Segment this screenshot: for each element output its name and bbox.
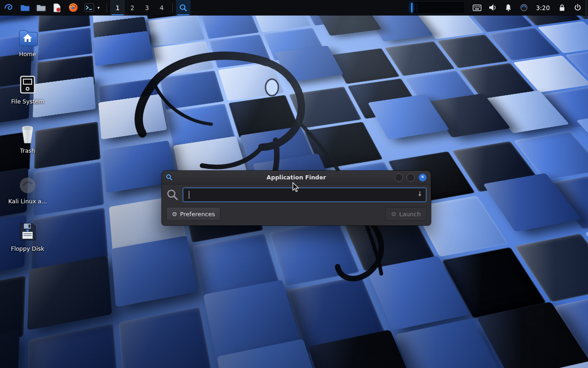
firefox-launcher[interactable] <box>68 3 78 13</box>
close-button[interactable]: ✕ <box>418 173 427 182</box>
status-circle-icon <box>520 4 528 12</box>
logout-button[interactable] <box>570 0 585 15</box>
desktop-icon-filesystem[interactable]: File System <box>2 73 53 105</box>
power-icon <box>574 4 582 12</box>
panel-separator <box>107 3 107 12</box>
keyboard-indicator[interactable] <box>469 0 485 15</box>
workspace-1[interactable]: 1 <box>110 0 125 15</box>
grey-folder-icon <box>36 4 46 12</box>
desktop-icon-label: Kali Linux a... <box>2 198 53 205</box>
wallpaper-tile <box>27 323 119 368</box>
minimize-button[interactable] <box>395 173 403 182</box>
search-input[interactable] <box>183 188 426 202</box>
cpu-usage-bar <box>411 3 413 12</box>
wallpaper-tile <box>218 63 285 101</box>
search-icon <box>166 189 179 201</box>
wallpaper-tile <box>153 41 214 76</box>
firefox-icon <box>68 3 78 12</box>
launch-button[interactable]: ⚙ Launch <box>385 207 426 221</box>
document-icon <box>53 3 61 12</box>
filesystem-icon <box>2 73 53 95</box>
top-panel: ▾ 1 2 3 4 <box>0 0 588 15</box>
wallpaper-tile <box>159 70 224 109</box>
titlebar[interactable]: Application Finder ✕ <box>162 171 431 184</box>
workspace-4[interactable]: 4 <box>154 0 169 15</box>
clock[interactable]: 3:20 <box>532 4 554 12</box>
text-caret <box>189 191 189 199</box>
desktop-icon-label: File System <box>2 98 53 105</box>
kali-menu-button[interactable] <box>4 3 14 13</box>
text-editor-launcher[interactable] <box>52 3 62 13</box>
desktop-icon-home[interactable]: Home <box>2 25 53 58</box>
cpu-graph <box>417 4 462 12</box>
file-manager-launcher[interactable] <box>20 3 30 13</box>
app-finder-window-icon <box>166 174 173 181</box>
desktop-icon-kali-linux[interactable]: Kali Linux a... <box>2 172 53 205</box>
status-indicator[interactable] <box>516 0 532 15</box>
panel-separator <box>172 3 173 12</box>
launch-icon: ⚙ <box>391 211 396 218</box>
wallpaper-tile <box>209 34 271 68</box>
system-monitor-applet[interactable] <box>410 1 465 14</box>
folder-launcher[interactable] <box>36 3 46 13</box>
wallpaper-tile <box>275 46 344 82</box>
wallpaper-tile <box>0 329 20 368</box>
kali-logo-icon <box>4 3 14 13</box>
wallpaper-tile <box>148 15 205 46</box>
search-icon <box>179 4 187 12</box>
trash-icon <box>2 122 53 144</box>
wallpaper-tile <box>98 94 167 139</box>
preferences-button[interactable]: ⚙ Preferences <box>166 207 220 221</box>
launch-label: Launch <box>399 211 421 218</box>
desktop-icon-floppy[interactable]: Floppy Disk <box>2 220 53 252</box>
application-finder-window: Application Finder ✕ ↓ <box>162 171 431 225</box>
workspace-2[interactable]: 2 <box>125 0 140 15</box>
show-desktop-strip[interactable] <box>585 0 588 15</box>
wallpaper-tile <box>119 307 212 368</box>
preferences-label: Preferences <box>180 211 215 218</box>
bell-icon <box>504 4 512 12</box>
lock-icon <box>559 4 565 12</box>
speaker-icon <box>488 4 497 12</box>
screen-lock[interactable] <box>554 0 570 15</box>
keyboard-icon <box>473 5 481 11</box>
window-title: Application Finder <box>162 174 431 181</box>
wallpaper-tile <box>269 220 360 287</box>
wallpaper-tile <box>111 236 198 307</box>
volume-control[interactable] <box>485 0 501 15</box>
desktop-icon-trash[interactable]: Trash <box>2 122 53 154</box>
home-icon <box>2 25 53 47</box>
workspace-switcher: 1 2 3 4 <box>110 0 169 15</box>
workspace-3[interactable]: 3 <box>140 0 154 15</box>
desktop-icon-label: Floppy Disk <box>2 245 53 252</box>
desktop-icon-label: Home <box>2 51 53 58</box>
gear-icon: ⚙ <box>172 211 177 218</box>
notifications[interactable] <box>501 0 516 15</box>
blue-folder-icon <box>20 4 30 12</box>
desktop-icon-label: Trash <box>2 147 53 154</box>
wallpaper-tile <box>93 31 153 66</box>
taskbar-application-finder[interactable] <box>176 0 191 15</box>
terminal-icon <box>85 3 94 12</box>
floppy-icon <box>2 220 53 242</box>
kali-app-icon <box>2 172 53 195</box>
desktop[interactable]: Home File System Trash <box>0 0 588 368</box>
terminal-launcher[interactable] <box>84 3 94 13</box>
terminal-menu-caret-icon[interactable]: ▾ <box>97 5 100 10</box>
maximize-button[interactable] <box>407 173 415 182</box>
